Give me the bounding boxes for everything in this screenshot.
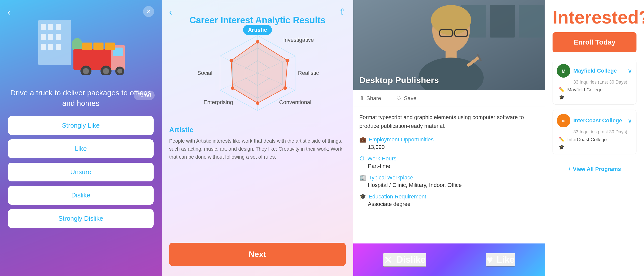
svg-point-39	[231, 86, 234, 90]
intercoast-details: ✏️ InterCoast College 🎓	[557, 137, 632, 150]
workhours-label: ⏱ Work Hours	[359, 155, 539, 162]
unsure-button[interactable]: Unsure	[8, 163, 154, 181]
interested-heading: Interested?	[553, 8, 636, 27]
panel-interested: Interested? Enroll Today M Mayfield Coll…	[545, 0, 644, 276]
label-social: Social	[197, 70, 212, 76]
workplace-label: 🏢 Typical Workplace	[359, 174, 539, 181]
svg-point-23	[117, 69, 122, 74]
intercoast-name: InterCoast College	[573, 117, 628, 124]
svg-rect-5	[48, 34, 53, 40]
heart-icon: ♡	[396, 95, 402, 102]
label-artistic: Artistic	[243, 25, 272, 35]
svg-text:M: M	[562, 69, 566, 74]
rating-options: Strongly Like Like Unsure Dislike Strong…	[8, 116, 154, 228]
label-investigative: Investigative	[283, 37, 314, 43]
career-description: Format typescript and graphic elements u…	[353, 107, 545, 136]
artistic-description: People with Artistic interests like work…	[169, 137, 346, 161]
hero-actions-bar: ⇧ Share ♡ Save	[353, 90, 545, 107]
svg-rect-45	[519, 5, 544, 38]
workhours-detail: ⏱ Work Hours Part-time	[359, 155, 539, 169]
career-title: Desktop Publishers	[359, 75, 539, 85]
svg-rect-2	[48, 24, 53, 30]
activity-illustration	[0, 0, 162, 85]
heart-filled-icon: ♥	[486, 253, 493, 266]
intercoast-logo-svg: IC	[557, 114, 570, 127]
mayfield-details: ✏️ Mayfield College 🎓	[557, 87, 632, 100]
education-label: 🎓 Education Requirement	[359, 193, 539, 200]
career-details-list: 💼 Employment Opportunities 13,090 ⏱ Work…	[353, 136, 545, 207]
label-conventional: Conventional	[279, 99, 311, 105]
mayfield-logo: M	[557, 64, 570, 78]
svg-rect-44	[490, 5, 515, 38]
education-value: Associate degree	[359, 201, 539, 207]
doc-icon-2: 🎓	[559, 144, 565, 150]
share-icon: ⇧	[359, 95, 364, 102]
truck-svg	[33, 10, 129, 75]
workplace-value: Hospital / Clinic, Military, Indoor, Off…	[359, 182, 539, 188]
like-dislike-actions: ✕ Dislike ♥ Like	[353, 243, 545, 276]
like-button[interactable]: Like	[8, 139, 154, 158]
intercoast-chevron[interactable]: ∨	[628, 117, 632, 124]
share-button[interactable]: ⇧	[339, 7, 346, 17]
strongly-like-button[interactable]: Strongly Like	[8, 116, 154, 135]
svg-marker-34	[231, 42, 288, 103]
college-header-intercoast: IC InterCoast College ∨	[557, 114, 632, 127]
career-hero-image: Desktop Publishers	[353, 0, 545, 90]
employment-label: 💼 Employment Opportunities	[359, 136, 539, 143]
intercoast-logo: IC	[557, 114, 570, 127]
svg-rect-6	[56, 34, 61, 40]
dislike-career-button[interactable]: ✕ Dislike	[383, 253, 426, 267]
svg-point-37	[283, 86, 287, 90]
next-button[interactable]: Next	[169, 243, 346, 266]
mayfield-name: Mayfield College	[573, 68, 628, 74]
workplace-detail: 🏢 Typical Workplace Hospital / Clinic, M…	[359, 174, 539, 188]
label-realistic: Realistic	[298, 70, 319, 76]
svg-point-47	[431, 5, 471, 35]
svg-point-19	[83, 68, 89, 74]
doc-icon: 🎓	[559, 95, 565, 100]
dislike-label: Dislike	[396, 254, 425, 265]
like-label: Like	[497, 254, 515, 265]
panel-activity-rating: ‹ ✕	[0, 0, 162, 276]
svg-rect-16	[93, 43, 103, 50]
share-label: Share	[366, 95, 381, 102]
svg-rect-8	[48, 44, 53, 50]
clock-icon: ⏱	[359, 155, 365, 162]
svg-rect-3	[56, 24, 61, 30]
back-button-2[interactable]: ‹	[169, 7, 172, 18]
svg-point-40	[230, 59, 233, 62]
hero-overlay: Desktop Publishers	[353, 70, 545, 90]
panel-career-interest: ‹ ⇧ Career Interest Analytic Results	[162, 0, 353, 276]
view-all-button[interactable]: + View All Programs	[553, 162, 636, 176]
briefcase-icon: 💼	[359, 136, 366, 143]
mayfield-inquiries: 33 Inquiries (Last 30 Days)	[557, 80, 632, 85]
dislike-button[interactable]: Dislike	[8, 186, 154, 205]
mayfield-logo-svg: M	[557, 64, 570, 78]
strongly-dislike-button[interactable]: Strongly Dislike	[8, 209, 154, 228]
panel-career-detail: Desktop Publishers ⇧ Share ♡ Save Format…	[353, 0, 545, 276]
grad-icon: 🎓	[359, 193, 366, 200]
svg-rect-1	[41, 24, 46, 30]
pencil-icon-2: ✏️	[559, 137, 565, 142]
share-career-button[interactable]: ⇧ Share	[359, 95, 381, 102]
college-header-mayfield: M Mayfield College ∨	[557, 64, 632, 78]
building-icon: 🏢	[359, 174, 366, 181]
save-label: Save	[404, 95, 416, 102]
svg-rect-15	[82, 43, 92, 50]
mayfield-chevron[interactable]: ∨	[628, 67, 632, 74]
college-card-intercoast: IC InterCoast College ∨ 33 Inquiries (La…	[553, 110, 636, 154]
progress-badge: 26/60	[134, 91, 155, 100]
artistic-section-title: Artistic	[169, 126, 193, 134]
radar-chart: Artistic Investigative Realistic Convent…	[200, 28, 315, 118]
career-interest-title: Career Interest Analytic Results	[189, 15, 326, 26]
like-career-button[interactable]: ♥ Like	[486, 253, 515, 266]
svg-rect-17	[105, 43, 115, 50]
intercoast-detail-pencil: ✏️ InterCoast College	[559, 137, 632, 142]
svg-rect-4	[41, 34, 46, 40]
mayfield-detail-doc: 🎓	[559, 95, 632, 100]
pencil-icon: ✏️	[559, 87, 565, 93]
save-career-button[interactable]: ♡ Save	[396, 95, 416, 102]
workhours-value: Part-time	[359, 163, 539, 169]
employment-detail: 💼 Employment Opportunities 13,090	[359, 136, 539, 150]
enroll-button[interactable]: Enroll Today	[553, 32, 636, 52]
